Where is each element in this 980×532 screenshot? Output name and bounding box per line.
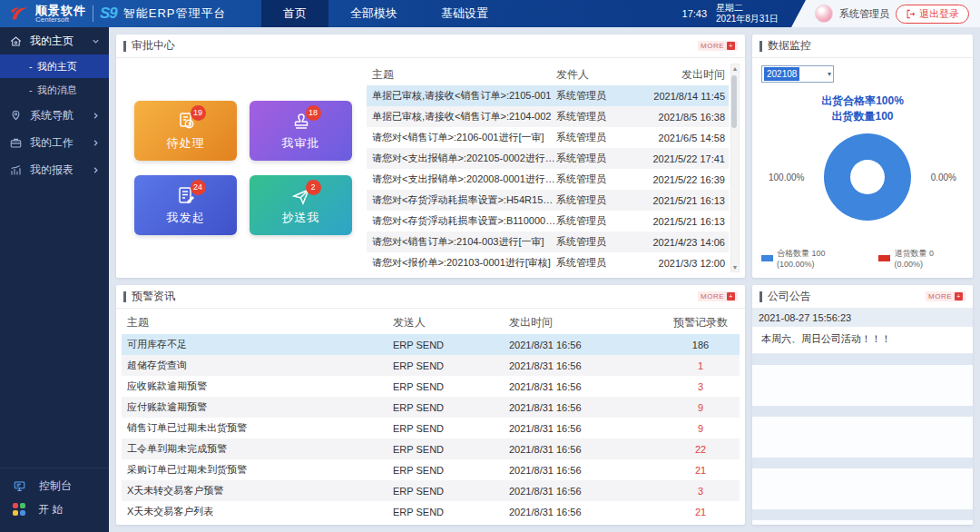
more-button[interactable]: MORE +	[698, 291, 738, 301]
legend-chip-blue	[761, 255, 773, 261]
chevron-right-icon	[92, 166, 100, 174]
approval-row[interactable]: 请您对<销售订单>:2106-001进行[一审] 系统管理员 2021/6/5 …	[367, 127, 729, 148]
tile-label: 我发起	[167, 210, 205, 226]
row-sender: 系统管理员	[556, 235, 634, 249]
approval-row[interactable]: 请您对<报价单>:202103-0001进行[审核] 系统管理员 2021/3/…	[367, 252, 729, 273]
tile-my-initiated[interactable]: 我发起 24	[134, 175, 237, 235]
nav-all-modules[interactable]: 全部模块	[328, 0, 419, 27]
row-time: 2021/8/31 16:56	[509, 423, 662, 434]
more-button[interactable]: MORE +	[698, 41, 738, 51]
console-button[interactable]: 控制台	[0, 474, 109, 498]
sidebar-item-system-nav[interactable]: 系统导航	[0, 102, 109, 129]
alert-row[interactable]: 可用库存不足 ERP SEND 2021/8/31 16:56 186	[122, 334, 740, 355]
row-subject: 请您对<报价单>:202103-0001进行[审核]	[367, 256, 556, 270]
legend-chip-red	[878, 255, 890, 261]
chevron-right-icon	[92, 139, 100, 147]
alert-row[interactable]: 采购订单已过期未到货预警 ERP SEND 2021/8/31 16:56 21	[122, 459, 740, 480]
panel-accent-bar	[760, 41, 762, 52]
alerts-header: 预警资讯 MORE +	[116, 285, 745, 309]
start-label: 开 始	[38, 502, 63, 517]
row-subject: 应付账款逾期预警	[122, 400, 393, 414]
approval-row[interactable]: 请您对<支出报销单>:202105-0002进行[审核] 系统管理员 2021/…	[367, 148, 729, 169]
row-time: 2021/5/22 17:41	[634, 153, 729, 164]
sidebar-item-label: 我的主页	[30, 34, 74, 49]
tile-count-badge: 24	[191, 180, 206, 195]
sidebar-item-my-reports[interactable]: 我的报表	[0, 156, 109, 183]
centersoft-logo-icon	[9, 4, 29, 24]
approval-row[interactable]: 单据已审核,请接收<销售订单>:2105-001 系统管理员 2021/8/14…	[367, 85, 729, 106]
row-time: 2021/6/5 14:58	[634, 133, 729, 143]
tile-cc-me[interactable]: 抄送我 2	[250, 175, 352, 235]
col-sender: 发送人	[393, 315, 509, 330]
announcement-content: 本周六、周日公司活动！！！	[752, 327, 973, 353]
scroll-down-icon[interactable]: ▼	[732, 264, 739, 271]
logo-text: 顺景软件 Centersoft	[35, 5, 86, 24]
panel-accent-bar	[123, 41, 126, 52]
panel-accent-bar	[123, 291, 126, 302]
row-count: 9	[662, 402, 740, 413]
alert-row[interactable]: X天未转交易客户预警 ERP SEND 2021/8/31 16:56 3	[122, 480, 740, 501]
row-subject: 请您对<支出报销单>:202008-0001进行[审核]	[367, 172, 556, 186]
sidebar-item-my-work[interactable]: 我的工作	[0, 129, 109, 156]
col-sender: 发件人	[556, 67, 634, 83]
logo-name-cn: 顺景软件	[35, 5, 86, 16]
row-sender: 系统管理员	[556, 214, 634, 228]
row-time: 2021/5/21 16:13	[634, 195, 729, 206]
donut-chart[interactable]	[824, 133, 911, 221]
bullet: -	[29, 61, 33, 72]
approval-row[interactable]: 请您对<销售订单>:2104-003进行[一审] 系统管理员 2021/4/23…	[367, 232, 729, 252]
scrollbar[interactable]: ▲▼	[730, 64, 740, 272]
date-block: 星期二 2021年8月31日	[716, 3, 779, 25]
more-button[interactable]: MORE +	[926, 291, 965, 301]
announcement-body: 2021-08-27 15:56:23 本周六、周日公司活动！！！	[752, 309, 973, 525]
tile-count-badge: 2	[306, 180, 321, 195]
approval-row[interactable]: 请您对<存货浮动耗损率设置>:H54R15006002进行[审核] 系统管理员 …	[367, 190, 729, 211]
row-sender: 系统管理员	[556, 110, 634, 123]
scroll-up-icon[interactable]: ▲	[732, 65, 739, 72]
row-sender: ERP SEND	[393, 423, 509, 434]
row-sender: ERP SEND	[393, 381, 509, 392]
logout-button[interactable]: 退出登录	[896, 5, 969, 24]
nav-home[interactable]: 首页	[261, 0, 328, 27]
period-value: 202108	[764, 67, 799, 81]
scroll-thumb[interactable]	[731, 75, 737, 128]
tile-my-approvals[interactable]: 我审批 18	[250, 101, 352, 161]
period-select[interactable]: 202108 ▾	[761, 65, 834, 83]
approval-row[interactable]: 单据已审核,请接收<销售订单>:2104-002 系统管理员 2021/8/5 …	[367, 106, 729, 127]
alert-row[interactable]: X天未交易客户列表 ERP SEND 2021/8/31 16:56 21	[122, 501, 740, 522]
alerts-panel: 预警资讯 MORE + 主题 发送人 发出时间 预警记录数 可用库存不足 ERP…	[116, 285, 745, 525]
ship-qty-label: 出货数量100	[761, 109, 964, 124]
start-button[interactable]: 开 始	[0, 498, 109, 521]
avatar[interactable]	[815, 5, 833, 23]
alert-row[interactable]: 销售订单已过期未出货预警 ERP SEND 2021/8/31 16:56 9	[122, 418, 740, 438]
console-icon	[13, 479, 26, 493]
tile-pending[interactable]: 待处理 19	[134, 101, 237, 161]
current-user-label: 系统管理员	[839, 7, 889, 21]
data-monitor-body: 202108 ▾ 出货合格率100% 出货数量100 100.00% 0.00%…	[752, 58, 973, 278]
sidebar-item-my-home[interactable]: 我的主页	[0, 27, 109, 54]
donut-left-label: 100.00%	[769, 172, 804, 182]
alert-row[interactable]: 应收账款逾期预警 ERP SEND 2021/8/31 16:56 3	[122, 376, 740, 397]
approval-row[interactable]: 请您对<存货浮动耗损率设置>:B11000001进行[审核] 系统管理员 202…	[367, 211, 729, 232]
alert-row[interactable]: 超储存货查询 ERP SEND 2021/8/31 16:56 1	[122, 355, 740, 376]
col-count: 预警记录数	[662, 315, 740, 330]
weekday-label: 星期二	[716, 3, 779, 14]
announcement-date[interactable]: 2021-08-27 15:56:23	[752, 309, 973, 327]
alert-row[interactable]: 应付账款逾期预警 ERP SEND 2021/8/31 16:56 9	[122, 397, 740, 418]
approval-row[interactable]: 请您对<支出报销单>:202008-0001进行[审核] 系统管理员 2021/…	[367, 169, 729, 190]
data-monitor-panel: 数据监控 202108 ▾ 出货合格率100% 出货数量100 100.00% …	[752, 34, 973, 278]
more-plus-icon: +	[955, 292, 963, 300]
sidebar-subitem-my-home[interactable]: - 我的主页	[0, 54, 109, 78]
panel-title: 数据监控	[768, 38, 811, 54]
platform-title: 智能ERP管理平台	[123, 5, 227, 22]
row-subject: 可用库存不足	[122, 338, 393, 351]
donut-chart-row: 100.00% 0.00%	[761, 133, 964, 221]
row-sender: ERP SEND	[393, 360, 509, 371]
approval-center-panel: 审批中心 MORE + 待处理 19 我审批 18	[116, 34, 745, 278]
row-subject: 请您对<支出报销单>:202105-0002进行[审核]	[367, 152, 556, 165]
row-time: 2021/8/5 16:38	[634, 112, 729, 123]
nav-basic-settings[interactable]: 基础设置	[419, 0, 510, 27]
alert-row[interactable]: 工令单到期未完成预警 ERP SEND 2021/8/31 16:56 22	[122, 438, 740, 459]
sidebar-subitem-my-messages[interactable]: - 我的消息	[0, 78, 109, 102]
col-time: 发出时间	[634, 67, 729, 83]
